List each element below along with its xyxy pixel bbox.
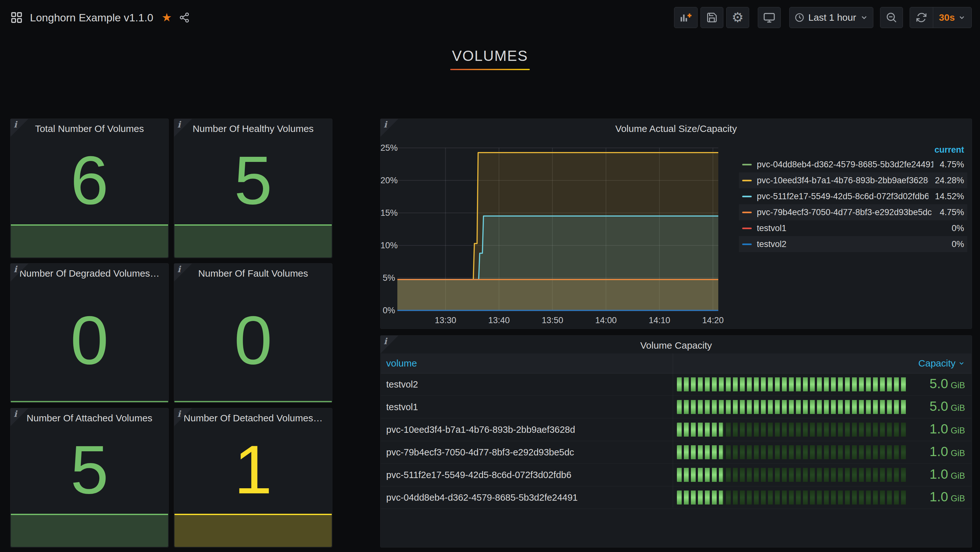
panel-info-corner[interactable]: i [11, 408, 28, 426]
table-row[interactable]: pvc-79b4ecf3-7050-4d77-8bf3-e292d93be5dc… [381, 441, 971, 464]
legend-column-header[interactable]: current [739, 143, 967, 156]
chart-panel-title: Volume Actual Size/Capacity [380, 123, 972, 134]
stat-panel-title: Number Of Degraded Volumes… [11, 268, 169, 279]
y-tick-label: 20% [380, 175, 395, 185]
x-tick-label: 13:50 [533, 316, 571, 325]
capacity-unit: GiB [951, 494, 965, 503]
info-icon: i [383, 120, 387, 129]
capacity-unit: GiB [951, 448, 965, 458]
dashboard-settings-button[interactable]: ⚙ [726, 7, 749, 28]
table-panel-title: Volume Capacity [380, 340, 972, 351]
table-row[interactable]: pvc-04dd8eb4-d362-4579-8685-5b3d2fe24491… [381, 487, 971, 509]
table-panel-volume-capacity: i Volume Capacity volume Capacity testvo… [380, 335, 972, 547]
y-tick-label: 5% [380, 273, 395, 283]
stat-panel: iNumber Of Degraded Volumes…0 [10, 263, 169, 403]
refresh-button[interactable] [910, 7, 933, 28]
capacity-bar-gauge [677, 423, 906, 437]
refresh-interval-dropdown[interactable]: 30s [933, 7, 971, 28]
grafana-dashboard: Longhorn Example v1.1.0 ★ [0, 0, 980, 552]
info-icon: i [14, 409, 17, 419]
panel-info-corner[interactable]: i [380, 336, 398, 353]
capacity-value-cell: 1.0GiB [930, 441, 965, 463]
chevron-down-icon [958, 14, 966, 21]
legend-series-name[interactable]: pvc-10eed3f4-b7a1-4b76-893b-2bb9aef3628d [757, 175, 928, 185]
capacity-value-cell: 5.0GiB [930, 396, 965, 418]
capacity-bar-gauge [677, 468, 906, 482]
capacity-value-cell: 1.0GiB [930, 418, 965, 441]
volume-name-cell: pvc-79b4ecf3-7050-4d77-8bf3-e292d93be5dc [386, 441, 574, 463]
series-color-dash-icon [742, 180, 752, 181]
capacity-number: 1.0 [930, 489, 948, 504]
legend-item[interactable]: testvol10% [739, 220, 967, 236]
table-row[interactable]: pvc-511f2e17-5549-42d5-8c6d-072f3d02fdb6… [381, 464, 971, 487]
panel-info-corner[interactable]: i [11, 263, 28, 281]
stat-panel-title: Number Of Detached Volumes… [174, 413, 332, 424]
y-tick-label: 15% [380, 208, 395, 218]
column-header-capacity[interactable]: Capacity [918, 353, 965, 373]
capacity-number: 5.0 [930, 376, 948, 391]
table-row[interactable]: testvol15.0GiB [381, 396, 971, 418]
capacity-number: 1.0 [930, 421, 948, 436]
series-color-dash-icon [742, 212, 752, 213]
time-range-picker[interactable]: Last 1 hour [789, 7, 873, 28]
legend-series-name[interactable]: testvol2 [757, 239, 945, 249]
stat-value: 5 [174, 135, 332, 225]
panel-info-corner[interactable]: i [174, 408, 192, 426]
table-row[interactable]: pvc-10eed3f4-b7a1-4b76-893b-2bb9aef3628d… [381, 418, 971, 441]
refresh-interval-label: 30s [939, 12, 955, 23]
legend-series-name[interactable]: pvc-04dd8eb4-d362-4579-8685-5b3d2fe24491 [757, 160, 933, 169]
table-header: volume Capacity [381, 353, 971, 373]
apps-grid-icon[interactable] [10, 11, 23, 24]
capacity-number: 5.0 [930, 399, 948, 414]
add-panel-button[interactable] [674, 7, 698, 28]
table-row[interactable]: testvol25.0GiB [381, 373, 971, 396]
capacity-unit: GiB [951, 426, 965, 436]
x-tick-label: 13:30 [426, 316, 465, 325]
legend-item[interactable]: pvc-10eed3f4-b7a1-4b76-893b-2bb9aef3628d… [739, 172, 967, 188]
legend-item[interactable]: testvol20% [739, 236, 967, 252]
capacity-value-cell: 5.0GiB [930, 373, 965, 396]
capacity-bar-gauge [677, 400, 906, 414]
capacity-value-cell: 1.0GiB [930, 487, 965, 509]
zoom-out-button[interactable] [880, 7, 903, 28]
gear-icon: ⚙ [732, 11, 744, 24]
legend-series-name[interactable]: pvc-511f2e17-5549-42d5-8c6d-072f3d02fdb6 [757, 191, 928, 201]
info-icon: i [177, 120, 181, 129]
info-icon: i [383, 336, 387, 346]
chevron-down-icon [860, 13, 868, 22]
share-icon[interactable] [179, 12, 190, 23]
favorite-star-icon[interactable]: ★ [161, 12, 172, 23]
cycle-view-mode-button[interactable] [758, 7, 781, 28]
info-icon: i [177, 264, 181, 274]
sort-chevron-down-icon [958, 360, 965, 367]
legend-series-name[interactable]: pvc-79b4ecf3-7050-4d77-8bf3-e292d93be5dc [757, 207, 933, 217]
legend-item[interactable]: pvc-79b4ecf3-7050-4d77-8bf3-e292d93be5dc… [739, 204, 967, 220]
column-header-volume[interactable]: volume [386, 353, 417, 373]
legend-item[interactable]: pvc-511f2e17-5549-42d5-8c6d-072f3d02fdb6… [739, 188, 967, 204]
capacity-bar-fill [677, 377, 906, 391]
stat-value: 0 [174, 279, 332, 400]
info-icon: i [14, 264, 17, 274]
capacity-bar-fill [677, 490, 723, 504]
refresh-picker: 30s [910, 7, 972, 28]
panel-info-corner[interactable]: i [174, 263, 192, 281]
stat-panel: iNumber Of Fault Volumes0 [174, 263, 332, 403]
legend-current-value: 4.75% [940, 160, 964, 169]
legend-series-name[interactable]: testvol1 [757, 223, 945, 233]
legend-item[interactable]: pvc-04dd8eb4-d362-4579-8685-5b3d2fe24491… [739, 156, 967, 172]
save-dashboard-button[interactable] [700, 7, 723, 28]
stat-sparkline [175, 401, 332, 402]
volume-name-cell: pvc-511f2e17-5549-42d5-8c6d-072f3d02fdb6 [386, 464, 571, 486]
panel-info-corner[interactable]: i [380, 119, 398, 137]
section-heading-text: VOLUMES [0, 47, 980, 64]
stat-sparkline [11, 401, 168, 402]
panel-info-corner[interactable]: i [11, 119, 28, 137]
stat-value: 6 [11, 135, 169, 225]
panel-info-corner[interactable]: i [174, 119, 192, 137]
dashboard-title[interactable]: Longhorn Example v1.1.0 [30, 11, 153, 24]
series-color-dash-icon [742, 164, 752, 165]
capacity-bar-gauge [677, 490, 906, 504]
stat-value: 5 [11, 424, 169, 515]
stat-panel-title: Number Of Fault Volumes [174, 268, 332, 279]
legend-current-value: 0% [952, 223, 964, 233]
